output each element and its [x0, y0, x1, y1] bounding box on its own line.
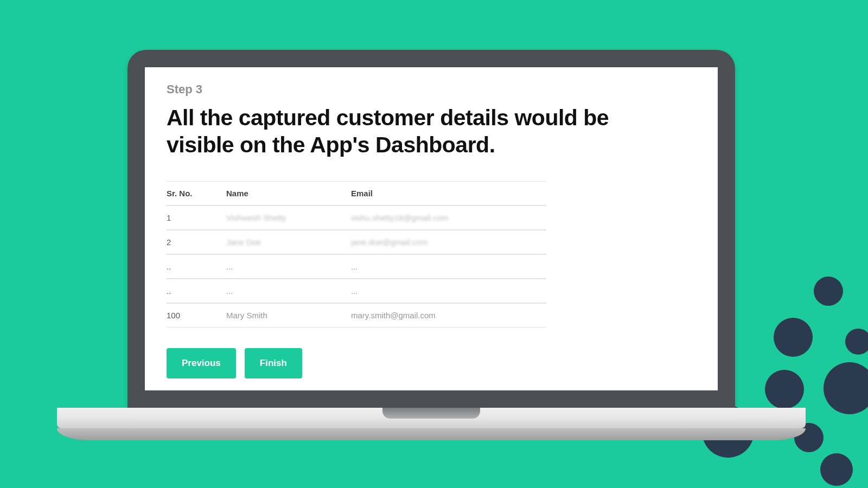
wizard-buttons: Previous Finish	[167, 348, 696, 378]
table-header-row: Sr. No. Name Email	[167, 181, 546, 206]
laptop-mockup: Step 3 All the captured customer details…	[127, 50, 735, 408]
cell-srno: ..	[167, 262, 226, 271]
cell-srno: ..	[167, 286, 226, 296]
app-screen: Step 3 All the captured customer details…	[145, 67, 718, 390]
table-row: ........	[167, 254, 546, 279]
col-header-srno: Sr. No.	[167, 189, 226, 198]
table-row: 100Mary Smithmary.smith@gmail.com	[167, 303, 546, 328]
cell-srno: 1	[167, 213, 226, 222]
cell-email: ...	[351, 262, 546, 271]
cell-email: ...	[351, 286, 546, 296]
table-row: 1Vishwesh Shettyvishu.shetty18@gmail.com	[167, 206, 546, 230]
cell-srno: 100	[167, 311, 226, 320]
cell-email: jane.doe@gmail.com	[351, 237, 546, 247]
cell-name: ...	[226, 262, 351, 271]
cell-name: Mary Smith	[226, 311, 351, 320]
cell-name: Jane Doe	[226, 237, 351, 247]
previous-button[interactable]: Previous	[167, 348, 236, 378]
cell-email: vishu.shetty18@gmail.com	[351, 213, 546, 222]
table-row: ........	[167, 279, 546, 303]
step-label: Step 3	[167, 82, 696, 97]
finish-button[interactable]: Finish	[245, 348, 302, 378]
cell-srno: 2	[167, 237, 226, 247]
cell-email: mary.smith@gmail.com	[351, 311, 546, 320]
customer-table: Sr. No. Name Email 1Vishwesh Shettyvishu…	[167, 181, 546, 328]
col-header-name: Name	[226, 189, 351, 198]
cell-name: ...	[226, 286, 351, 296]
laptop-notch	[382, 408, 480, 419]
page-heading: All the captured customer details would …	[167, 104, 666, 158]
cell-name: Vishwesh Shetty	[226, 213, 351, 222]
laptop-base	[57, 408, 806, 428]
col-header-email: Email	[351, 189, 546, 198]
table-row: 2Jane Doejane.doe@gmail.com	[167, 230, 546, 254]
